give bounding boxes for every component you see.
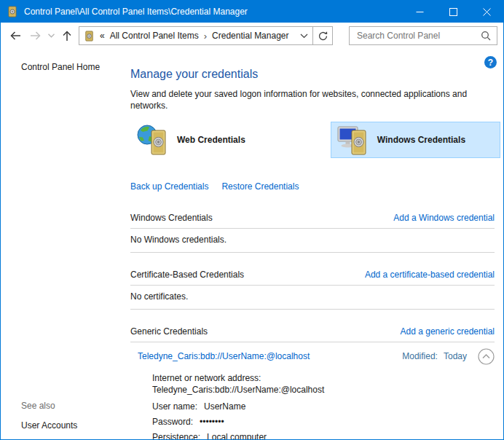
modified-label: Modified:: [402, 351, 438, 361]
minimize-button[interactable]: [403, 1, 436, 23]
search-input[interactable]: [355, 30, 476, 42]
address-bar-group: « All Control Panel Items › Credential M…: [79, 26, 333, 45]
credential-name-link[interactable]: Teledyne_Caris:bdb://UserName:@localhost: [138, 351, 402, 361]
username-label: User name:: [152, 401, 197, 412]
title-bar: Control Panel\All Control Panel Items\Cr…: [1, 1, 503, 23]
address-label: Internet or network address:: [152, 372, 495, 384]
content-area: ? Control Panel Home See also User Accou…: [1, 49, 503, 439]
search-box: [349, 26, 497, 45]
detail-username: User name:UserName: [152, 401, 495, 412]
section-title: Windows Credentials: [130, 213, 213, 223]
add-windows-credential-link[interactable]: Add a Windows credential: [393, 213, 495, 223]
web-credentials-globe-safe-icon: [136, 124, 171, 156]
section-title: Generic Credentials: [130, 326, 208, 337]
sidebar: Control Panel Home See also User Account…: [1, 49, 125, 439]
username-value: UserName: [204, 401, 245, 412]
persistence-label: Persistence:: [152, 432, 200, 439]
password-label: Password:: [152, 417, 193, 427]
breadcrumb-all-control-panel-items[interactable]: All Control Panel Items: [110, 31, 199, 41]
password-value: ••••••••: [200, 417, 224, 427]
maximize-button[interactable]: [436, 1, 470, 23]
windows-credentials-label: Windows Credentials: [377, 135, 465, 145]
close-button[interactable]: [470, 1, 503, 23]
windows-credentials-section-header: Windows Credentials Add a Windows creden…: [130, 213, 495, 229]
credential-modified: Modified:Today: [402, 351, 467, 361]
windows-credentials-tile[interactable]: Windows Credentials: [331, 122, 500, 158]
add-generic-credential-link[interactable]: Add a generic credential: [401, 326, 495, 337]
persistence-value: Local computer: [207, 432, 267, 439]
window-title: Control Panel\All Control Panel Items\Cr…: [24, 7, 403, 17]
back-up-credentials-link[interactable]: Back up Credentials: [130, 181, 208, 192]
page-title: Manage your credentials: [130, 68, 495, 81]
sidebar-item-user-accounts[interactable]: User Accounts: [21, 420, 119, 431]
credential-manager-safe-icon: [7, 6, 18, 17]
section-title: Certificate-Based Credentials: [130, 270, 244, 280]
address-bar[interactable]: « All Control Panel Items › Credential M…: [79, 26, 313, 45]
certificate-credentials-empty-text: No certificates.: [130, 286, 495, 310]
breadcrumb-credential-manager[interactable]: Credential Manager: [212, 31, 288, 41]
detail-persistence: Persistence:Local computer: [152, 432, 495, 439]
refresh-button[interactable]: [312, 26, 333, 45]
windows-credentials-monitor-safe-icon: [336, 124, 371, 156]
address-dropdown-chevron-icon[interactable]: [297, 34, 308, 39]
window-controls: [403, 1, 503, 23]
breadcrumb-separator-icon: ›: [204, 31, 207, 42]
add-certificate-credential-link[interactable]: Add a certificate-based credential: [365, 270, 495, 280]
search-icon[interactable]: [481, 31, 491, 41]
credential-type-tiles: Web Credentials: [130, 122, 500, 158]
sidebar-see-also-group: See also User Accounts: [21, 401, 119, 431]
windows-credentials-empty-text: No Windows credentials.: [130, 229, 495, 253]
collapse-chevron-icon[interactable]: [477, 347, 495, 365]
page-description: View and delete your saved logon informa…: [130, 89, 476, 111]
credential-manager-window: Control Panel\All Control Panel Items\Cr…: [0, 0, 504, 440]
address-value: Teledyne_Caris:bdb://UserName:@localhost: [152, 384, 495, 396]
detail-address: Internet or network address: Teledyne_Ca…: [152, 372, 495, 396]
detail-password: Password:••••••••: [152, 417, 495, 427]
sidebar-item-control-panel-home[interactable]: Control Panel Home: [21, 62, 119, 72]
restore-credentials-link[interactable]: Restore Credentials: [221, 181, 299, 192]
credential-manager-safe-icon: [84, 31, 95, 42]
up-button[interactable]: [57, 25, 77, 46]
web-credentials-tile[interactable]: Web Credentials: [130, 122, 331, 158]
credential-details: Internet or network address: Teledyne_Ca…: [130, 372, 495, 439]
main-panel: Manage your credentials View and delete …: [125, 49, 503, 439]
forward-button[interactable]: [25, 25, 46, 46]
navigation-bar: « All Control Panel Items › Credential M…: [1, 23, 503, 49]
web-credentials-label: Web Credentials: [177, 135, 245, 145]
generic-credentials-section-header: Generic Credentials Add a generic creden…: [130, 326, 495, 342]
credential-actions: Back up Credentials Restore Credentials: [130, 181, 495, 192]
recent-pages-chevron-icon[interactable]: [46, 25, 57, 46]
back-button[interactable]: [5, 25, 25, 46]
modified-value: Today: [444, 351, 467, 361]
generic-credential-row: Teledyne_Caris:bdb://UserName:@localhost…: [130, 342, 495, 366]
certificate-credentials-section-header: Certificate-Based Credentials Add a cert…: [130, 270, 495, 286]
help-icon[interactable]: ?: [484, 56, 497, 68]
see-also-label: See also: [21, 401, 119, 411]
breadcrumb-overflow[interactable]: «: [100, 31, 105, 41]
